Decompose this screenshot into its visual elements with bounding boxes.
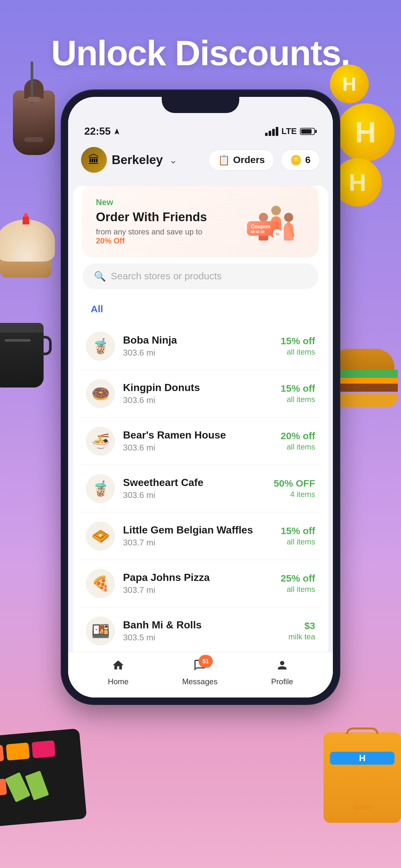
orders-button[interactable]: 📋 Orders [209,150,274,170]
store-distance-6: 303.5 mi [123,632,280,643]
store-discount-5: 25% off all items [281,573,315,594]
promo-text: New Order With Friends from any stores a… [96,197,207,245]
store-item[interactable]: 🍩 Kingpin Donuts 303.6 mi 15% off all it… [80,370,321,417]
promo-highlight: 20% Off [96,237,125,245]
discount-amount-3: 50% OFF [274,478,315,489]
store-item[interactable]: 🍜 Bear's Ramen House 303.6 mi 20% off al… [80,417,321,465]
store-discount-4: 15% off all items [281,525,315,547]
status-icons: LTE [265,126,317,136]
store-icon-5: 🍕 [86,569,115,598]
store-info-4: Little Gem Belgian Waffles 303.7 mi [123,524,273,548]
store-info-3: Sweetheart Cafe 303.6 mi [123,476,266,500]
search-icon: 🔍 [94,271,106,282]
store-item[interactable]: 🍕 Papa Johns Pizza 303.7 mi 25% off all … [80,560,321,608]
store-name-2: Bear's Ramen House [123,429,273,441]
store-discount-6: $3 milk tea [288,620,315,641]
orders-icon: 📋 [218,154,230,166]
phone-screen: 22:55 LTE [68,97,333,698]
nav-label-home: Home [108,677,128,686]
store-info-5: Papa Johns Pizza 303.7 mi [123,571,273,595]
search-input[interactable]: Search stores or products [111,271,222,282]
home-icon [112,659,125,675]
store-item[interactable]: 🧋 Boba Ninja 303.6 mi 15% off all items [80,322,321,370]
signal-icon [265,127,278,136]
promo-illustration: Coupon % [247,202,305,241]
discount-amount-6: $3 [288,620,315,631]
network-type: LTE [281,126,297,136]
discount-label-1: all items [281,395,315,404]
store-name-4: Little Gem Belgian Waffles [123,524,273,536]
store-distance-3: 303.6 mi [123,490,266,500]
notch [162,97,239,113]
store-distance-1: 303.6 mi [123,395,273,405]
store-icon-6: 🍱 [86,616,115,646]
store-distance-5: 303.7 mi [123,585,273,595]
store-info-6: Banh Mi & Rolls 303.5 mi [123,619,280,643]
discount-amount-0: 15% off [281,336,315,346]
new-badge: New [96,197,207,207]
store-name-6: Banh Mi & Rolls [123,619,280,631]
discount-label-6: milk tea [288,632,315,641]
store-discount-1: 15% off all items [281,383,315,404]
location-selector[interactable]: 🏛 Berkeley ⌄ [81,147,202,173]
status-bar: 22:55 LTE [68,120,333,141]
search-bar[interactable]: 🔍 Search stores or products [83,264,318,289]
nav-label-messages: Messages [182,677,217,686]
boba-decoration [3,78,65,161]
store-distance-2: 303.6 mi [123,443,273,453]
page-headline: Unlock Discounts. [0,32,401,73]
coin-decoration-4: H [333,158,382,207]
promo-subtitle: from any stores and save up to 20% Off [96,227,207,245]
coin-icon: 🪙 [290,154,302,166]
sushi-decoration [0,727,101,847]
store-icon-0: 🧋 [86,332,115,361]
store-name-5: Papa Johns Pizza [123,571,273,584]
messages-icon: 51 [193,659,206,675]
store-discount-3: 50% OFF 4 items [274,478,315,499]
app-header: 🏛 Berkeley ⌄ 📋 Orders 🪙 6 [68,141,333,179]
nav-item-messages[interactable]: 51 Messages [182,659,217,686]
orders-label: Orders [233,154,265,165]
store-name-0: Boba Ninja [123,334,273,346]
discount-label-4: all items [281,537,315,547]
bottom-nav: Home 51 Messages [68,652,333,698]
filter-tabs: All [73,296,328,322]
phone-frame: 22:55 LTE [62,90,339,704]
status-time: 22:55 [84,125,111,137]
store-name-3: Sweetheart Cafe [123,476,266,489]
store-info-1: Kingpin Donuts 303.6 mi [123,382,273,405]
location-arrow-icon [113,128,120,135]
chevron-down-icon: ⌄ [169,154,177,166]
store-item[interactable]: 🧇 Little Gem Belgian Waffles 303.7 mi 15… [80,513,321,560]
scroll-area[interactable]: New Order With Friends from any stores a… [68,179,333,652]
discount-label-2: all items [281,442,315,452]
store-icon-1: 🍩 [86,379,115,408]
store-info-0: Boba Ninja 303.6 mi [123,334,273,358]
store-discount-2: 20% off all items [281,430,315,452]
discount-amount-2: 20% off [281,430,315,441]
coupon-label: Coupon [251,224,275,229]
main-card: New Order With Friends from any stores a… [73,186,328,652]
promo-banner[interactable]: New Order With Friends from any stores a… [83,186,318,257]
battery-icon [300,128,317,135]
store-discount-0: 15% off all items [281,336,315,356]
coin-decoration-2: H [336,103,395,161]
nav-label-profile: Profile [271,677,293,686]
discount-label-3: 4 items [274,490,315,499]
store-name-1: Kingpin Donuts [123,382,273,394]
location-logo: 🏛 [81,147,107,173]
nav-item-profile[interactable]: Profile [271,659,293,686]
profile-icon [276,659,289,675]
store-list: 🧋 Boba Ninja 303.6 mi 15% off all items [73,322,328,652]
store-item[interactable]: 🍱 Banh Mi & Rolls 303.5 mi $3 milk tea [80,608,321,652]
store-item[interactable]: 🧋 Sweetheart Cafe 303.6 mi 50% OFF 4 ite… [80,465,321,513]
discount-label-0: all items [281,347,315,356]
nav-item-home[interactable]: Home [108,659,128,686]
messages-badge: 51 [198,655,213,668]
coffee-decoration [0,323,52,407]
filter-tab-all[interactable]: All [83,300,111,318]
store-icon-2: 🍜 [86,427,115,456]
coins-button[interactable]: 🪙 6 [281,150,320,170]
discount-label-5: all items [281,585,315,594]
store-icon-4: 🧇 [86,522,115,551]
